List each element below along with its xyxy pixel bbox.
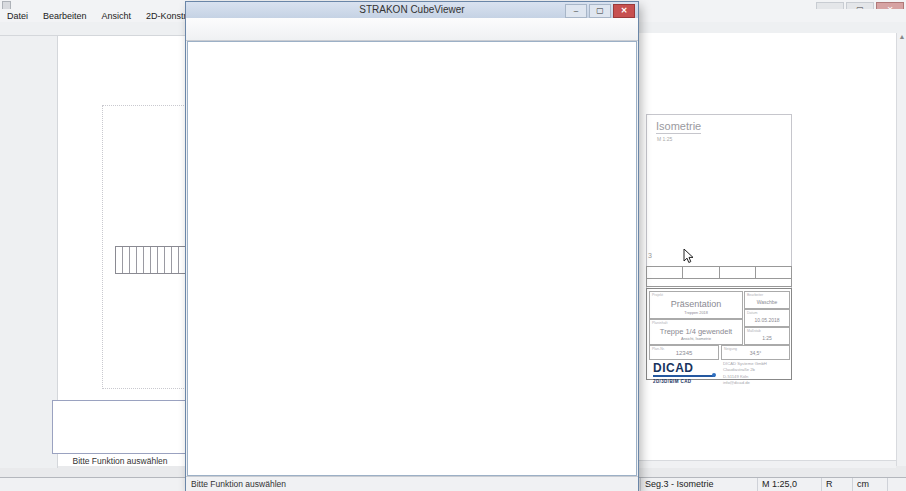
- title-block: Projekt Präsentation Treppen 2018 Planin…: [646, 288, 792, 380]
- dicad-logo-bar: [653, 375, 715, 377]
- dicad-logo-subtitle: 2D/3D/BIM CAD: [653, 379, 715, 384]
- plan-number: 12345: [650, 350, 718, 356]
- status-mode: R: [822, 478, 853, 491]
- dialog-minimize-button[interactable]: –: [565, 4, 587, 18]
- dialog-toolbar: [186, 18, 638, 41]
- status-scale: M 1:25,0: [758, 478, 822, 491]
- project-subtitle: Treppen 2018: [650, 311, 742, 315]
- project-label: Projekt: [652, 293, 663, 297]
- massstab-label: Maßstab: [747, 329, 761, 333]
- isometric-wireframe-drawing: [658, 146, 778, 248]
- plan-label: Planinhalt: [652, 321, 667, 325]
- dialog-status-text: Bitte Funktion auswählen: [186, 476, 638, 491]
- dialog-window-controls: – ▢ ✕: [565, 4, 635, 18]
- dialog-close-button[interactable]: ✕: [613, 4, 635, 18]
- revision-table: [646, 266, 792, 287]
- cubeviewer-dialog: STRAKON CubeViewer – ▢ ✕ Bitte Funktion …: [186, 2, 638, 491]
- datum-value: 10.05.2018: [745, 317, 789, 323]
- scroll-up-icon[interactable]: ▲: [899, 33, 906, 40]
- bearbeiter-label: Bearbeiter: [747, 293, 763, 297]
- strakon-main-window: – ▢ ✕ Datei Bearbeiten Ansicht 2D-Konstr…: [0, 0, 906, 491]
- company-address: DICAD Systeme GmbH Claudiastraße 2b D-51…: [723, 361, 787, 386]
- sheet-view-scale: M 1:25: [657, 136, 672, 142]
- datum-label: Datum: [747, 311, 757, 315]
- mouse-cursor: [683, 249, 695, 265]
- plan-subtitle: Ansicht, Isometrie: [650, 337, 742, 341]
- status-segment: Seg.3 - Isometrie: [641, 478, 758, 491]
- sheet-view-title: Isometrie: [656, 120, 701, 134]
- vertical-scrollbar[interactable]: ▲: [896, 33, 906, 466]
- angle-value: 34,5°: [722, 350, 789, 356]
- left-toolbox: [0, 36, 58, 468]
- dialog-maximize-button[interactable]: ▢: [589, 4, 611, 18]
- menu-item-datei[interactable]: Datei: [7, 11, 28, 21]
- project-name: Präsentation: [650, 299, 742, 309]
- plan-name: Treppe 1/4 gewendelt: [650, 327, 742, 336]
- stair-plan-drawing: [115, 246, 192, 274]
- menu-item-bearbeiten[interactable]: Bearbeiten: [43, 11, 87, 21]
- main-status-text: Bitte Funktion auswählen: [50, 456, 190, 466]
- status-unit: cm: [853, 478, 888, 491]
- viewport-3d[interactable]: [187, 41, 637, 476]
- horizontal-scrollbar[interactable]: [638, 460, 896, 468]
- frame-number: 3: [648, 252, 652, 259]
- massstab-value: 1:25: [745, 335, 789, 341]
- menu-item-ansicht[interactable]: Ansicht: [102, 11, 132, 21]
- dicad-logo: DICAD: [653, 361, 715, 375]
- bearbeiter-value: Waschbe: [745, 299, 789, 305]
- prompt-box[interactable]: [52, 400, 194, 454]
